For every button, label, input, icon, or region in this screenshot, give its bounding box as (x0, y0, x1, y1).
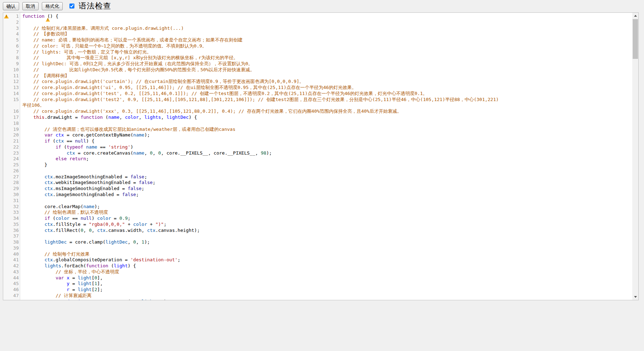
cancel-button[interactable]: 取消 (22, 2, 39, 10)
code-line[interactable]: 19 // 清空色调层；也可以修改成其它层比如animate/weather层，… (3, 127, 632, 133)
code-line[interactable]: 40 // 绘制每个灯光效果 (3, 251, 632, 257)
gutter-marker-slot (3, 61, 10, 67)
line-number: 5 (10, 37, 19, 43)
code-line[interactable]: 45 y = light[1], (3, 281, 632, 287)
code-line[interactable]: 12 // core.plugin.drawLight('curtain'); … (3, 79, 632, 85)
code-line[interactable]: 34 if (color == null) color = 0.9; (3, 216, 632, 222)
code-text: // 计算衰减距离 (19, 293, 91, 299)
gutter-marker-slot (3, 91, 10, 97)
code-line[interactable]: 32 core.clearMap(name); (3, 204, 632, 210)
gutter-marker-slot (3, 67, 10, 73)
line-number: 22 (10, 144, 19, 150)
confirm-button[interactable]: 确认 (3, 2, 19, 10)
gutter-marker-slot (3, 228, 10, 234)
code-line[interactable]: 22 if (typeof name == 'string') (3, 144, 632, 150)
code-line[interactable]: 48 var decDistance = parseInt(r * lightD… (3, 299, 632, 300)
code-line[interactable]: 15 // core.plugin.drawLight('test2', 0.9… (3, 97, 632, 103)
code-line[interactable]: 44 var x = light[0], (3, 275, 632, 281)
gutter-marker-slot (3, 192, 10, 198)
code-line[interactable]: 2 (3, 20, 632, 26)
code-line[interactable]: 24 else return; (3, 156, 632, 162)
code-line[interactable]: 4 // 【参数说明】 (3, 31, 632, 37)
code-text (19, 198, 22, 204)
code-text: // 比如lightDec为0.5代表，每个灯光部分内圈50%的范围全亮，50%… (19, 67, 255, 73)
gutter-marker-slot (3, 97, 10, 103)
code-line[interactable]: 7 // lights: 可选，一个数组，定义了每个独立的灯光。 (3, 49, 632, 55)
code-line[interactable]: 23 ctx = core.createCanvas(name, 0, 0, c… (3, 150, 632, 156)
gutter-marker-slot (3, 233, 10, 239)
code-line[interactable]: 37 (3, 233, 632, 239)
code-line[interactable]: 46 r = light[2]; (3, 287, 632, 293)
gutter-marker-slot (3, 85, 10, 91)
code-text: if (ctx == null) { (19, 138, 95, 144)
code-line[interactable]: 39 (3, 245, 632, 251)
code-line[interactable]: 47 // 计算衰减距离 (3, 293, 632, 299)
code-text: // 绘制色调层，默认不透明度 (19, 210, 108, 216)
line-number: 32 (10, 204, 19, 210)
line-number: 11 (10, 73, 19, 79)
line-number: 44 (10, 275, 19, 281)
code-line[interactable]: 20 var ctx = core.getContextByName(name)… (3, 132, 632, 138)
gutter-marker-slot (3, 162, 10, 168)
scroll-down-button[interactable] (632, 294, 638, 300)
code-line[interactable]: 5 // name: 必填，要绘制到的画布名；可以是一个系统画布，或者是个自定义… (3, 37, 632, 43)
scrollbar-thumb[interactable] (633, 19, 638, 59)
line-number: 46 (10, 287, 19, 293)
line-number: 18 (10, 121, 19, 127)
code-line[interactable]: 17 this.drawLight = function (name, colo… (3, 115, 632, 121)
code-line[interactable]: 8 // 其中每一项是三元组 [x,y,r] x和y分别为该灯光的横纵坐标，r为… (3, 55, 632, 61)
code-line[interactable]: 半径106。 (3, 102, 632, 108)
code-line[interactable]: 31 (3, 198, 632, 204)
gutter-marker-slot (3, 180, 10, 186)
code-editor[interactable]: 1function () {23 // 绘制灯光/漆黑层效果。调用方式 core… (3, 12, 639, 300)
code-line[interactable]: 28 ctx.webkitImageSmoothingEnabled = fal… (3, 180, 632, 186)
line-number: 36 (10, 228, 19, 234)
editor-scrollbar[interactable] (632, 13, 638, 300)
code-line[interactable]: 16 // core.plugin.drawLight('xxx', 0.3, … (3, 108, 632, 115)
code-line[interactable]: 35 ctx.fillStyle = "rgba(0,0,0," + color… (3, 222, 632, 228)
gutter-marker-slot (3, 263, 10, 269)
line-number: 17 (10, 115, 19, 121)
scroll-up-button[interactable] (632, 13, 638, 19)
code-line[interactable]: 1function () { (3, 13, 632, 20)
code-line[interactable]: 3 // 绘制灯光/漆黑层效果。调用方式 core.plugin.drawLig… (3, 26, 632, 32)
line-number: 8 (10, 55, 19, 61)
code-line[interactable]: 13 // core.plugin.drawLight('ui', 0.95, … (3, 85, 632, 91)
code-line[interactable]: 38 lightDec = core.clamp(lightDec, 0, 1)… (3, 239, 632, 245)
code-line[interactable]: 26 (3, 168, 632, 174)
code-line[interactable]: 43 // 坐标，半径，中心不透明度 (3, 269, 632, 275)
gutter-marker-slot (3, 132, 10, 138)
code-line[interactable]: 18 (3, 121, 632, 127)
code-line[interactable]: 30 ctx.imageSmoothingEnabled = false; (3, 192, 632, 198)
code-lines[interactable]: 1function () {23 // 绘制灯光/漆黑层效果。调用方式 core… (3, 13, 632, 300)
gutter-marker-slot (3, 138, 10, 144)
gutter-marker-slot (3, 49, 10, 55)
code-line[interactable]: 29 ctx.msImageSmoothingEnabled = false; (3, 186, 632, 192)
code-text: var ctx = core.getContextByName(name); (19, 132, 150, 138)
code-line[interactable]: 21 if (ctx == null) { (3, 138, 632, 144)
code-line[interactable]: 11 // 【调用样例】 (3, 73, 632, 79)
code-line[interactable]: 14 // core.plugin.drawLight('test', 0.2,… (3, 91, 632, 97)
gutter-marker-slot (3, 239, 10, 245)
code-text: ctx.fillRect(0, 0, ctx.canvas.width, ctx… (19, 228, 200, 234)
code-line[interactable]: 25 } (3, 162, 632, 168)
code-text: // core.plugin.drawLight('test', 0.2, [[… (19, 91, 428, 97)
code-text: // 【调用样例】 (19, 73, 69, 79)
code-line[interactable]: 33 // 绘制色调层，默认不透明度 (3, 210, 632, 216)
gutter-marker-slot (3, 73, 10, 79)
code-line[interactable]: 41 ctx.globalCompositeOperation = 'desti… (3, 257, 632, 263)
line-number: 29 (10, 186, 19, 192)
line-number: 47 (10, 293, 19, 299)
gutter-marker-slot (3, 251, 10, 257)
gutter-marker-slot (3, 20, 10, 26)
code-line[interactable]: 10 // 比如lightDec为0.5代表，每个灯光部分内圈50%的范围全亮，… (3, 67, 632, 73)
code-text: ctx.imageSmoothingEnabled = false; (19, 192, 139, 198)
code-line[interactable]: 6 // color: 可选，只能是一个0~1之间的数，为不透明度的值。不填则默… (3, 43, 632, 49)
syntax-check-checkbox[interactable] (69, 4, 74, 9)
line-number: 23 (10, 150, 19, 156)
code-line[interactable]: 36 ctx.fillRect(0, 0, ctx.canvas.width, … (3, 228, 632, 234)
code-line[interactable]: 42 lights.forEach(function (light) { (3, 263, 632, 269)
code-line[interactable]: 9 // lightDec: 可选，0到1之间，光从多少百分比才开始衰减（在此范… (3, 61, 632, 67)
code-line[interactable]: 27 ctx.mozImageSmoothingEnabled = false; (3, 174, 632, 180)
format-button[interactable]: 格式化 (42, 2, 63, 10)
